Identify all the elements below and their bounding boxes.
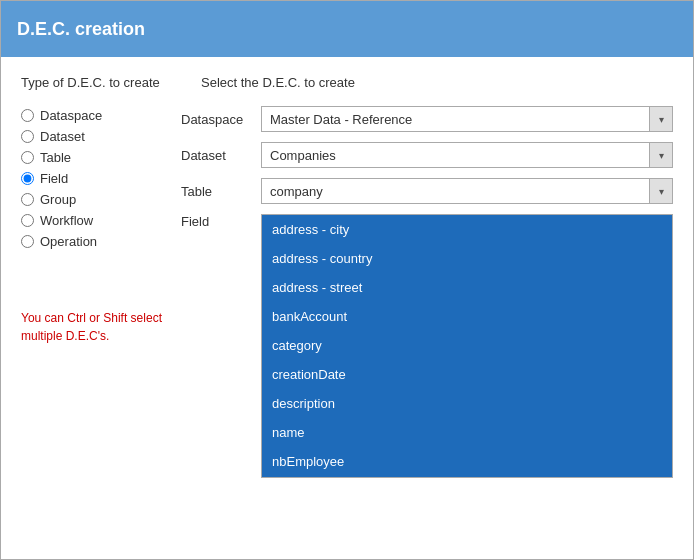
table-label: Table (181, 184, 261, 199)
dataset-select-wrap: Companies ▾ (261, 142, 673, 168)
field-label: Field (181, 214, 261, 229)
info-text: You can Ctrl or Shift select multiple D.… (21, 309, 181, 345)
title-bar: D.E.C. creation (1, 1, 693, 57)
radio-table[interactable] (21, 151, 34, 164)
dataset-row: Dataset Companies ▾ (181, 142, 673, 168)
list-item[interactable]: operatingCountry (262, 476, 672, 478)
dataspace-select-wrap: Master Data - Reference ▾ (261, 106, 673, 132)
table-select-wrap: company ▾ (261, 178, 673, 204)
table-select[interactable]: company (261, 178, 673, 204)
radio-item-dataset[interactable]: Dataset (21, 129, 181, 144)
dataspace-label: Dataspace (181, 112, 261, 127)
radio-dataset-label: Dataset (40, 129, 85, 144)
select-header-label: Select the D.E.C. to create (201, 75, 355, 90)
dataset-label: Dataset (181, 148, 261, 163)
radio-item-dataspace[interactable]: Dataspace (21, 108, 181, 123)
radio-item-field[interactable]: Field (21, 171, 181, 186)
radio-workflow[interactable] (21, 214, 34, 227)
radio-group: Dataspace Dataset Table Field (21, 108, 181, 249)
radio-item-group[interactable]: Group (21, 192, 181, 207)
list-item[interactable]: category (262, 331, 672, 360)
dec-creation-window: D.E.C. creation Type of D.E.C. to create… (0, 0, 694, 560)
radio-group[interactable] (21, 193, 34, 206)
list-item[interactable]: description (262, 389, 672, 418)
dataspace-row: Dataspace Master Data - Reference ▾ (181, 106, 673, 132)
type-header-label: Type of D.E.C. to create (21, 75, 161, 90)
radio-item-table[interactable]: Table (21, 150, 181, 165)
list-item[interactable]: nbEmployee (262, 447, 672, 476)
radio-group-label: Group (40, 192, 76, 207)
list-item[interactable]: creationDate (262, 360, 672, 389)
field-row: Field address - cityaddress - countryadd… (181, 214, 673, 478)
radio-operation-label: Operation (40, 234, 97, 249)
list-item[interactable]: address - country (262, 244, 672, 273)
field-listbox-wrap: address - cityaddress - countryaddress -… (261, 214, 673, 478)
section-header: Type of D.E.C. to create Select the D.E.… (21, 75, 673, 90)
window-title: D.E.C. creation (17, 19, 145, 40)
radio-field[interactable] (21, 172, 34, 185)
main-layout: Dataspace Dataset Table Field (21, 106, 673, 488)
list-item[interactable]: bankAccount (262, 302, 672, 331)
radio-dataspace[interactable] (21, 109, 34, 122)
field-listbox[interactable]: address - cityaddress - countryaddress -… (261, 214, 673, 478)
radio-field-label: Field (40, 171, 68, 186)
content-area: Type of D.E.C. to create Select the D.E.… (1, 57, 693, 559)
list-item[interactable]: name (262, 418, 672, 447)
left-panel: Dataspace Dataset Table Field (21, 106, 181, 488)
radio-item-workflow[interactable]: Workflow (21, 213, 181, 228)
table-row: Table company ▾ (181, 178, 673, 204)
radio-workflow-label: Workflow (40, 213, 93, 228)
right-panel: Dataspace Master Data - Reference ▾ Data… (181, 106, 673, 488)
radio-dataspace-label: Dataspace (40, 108, 102, 123)
radio-dataset[interactable] (21, 130, 34, 143)
radio-table-label: Table (40, 150, 71, 165)
list-item[interactable]: address - street (262, 273, 672, 302)
dataspace-select[interactable]: Master Data - Reference (261, 106, 673, 132)
list-item[interactable]: address - city (262, 215, 672, 244)
dataset-select[interactable]: Companies (261, 142, 673, 168)
radio-operation[interactable] (21, 235, 34, 248)
radio-item-operation[interactable]: Operation (21, 234, 181, 249)
